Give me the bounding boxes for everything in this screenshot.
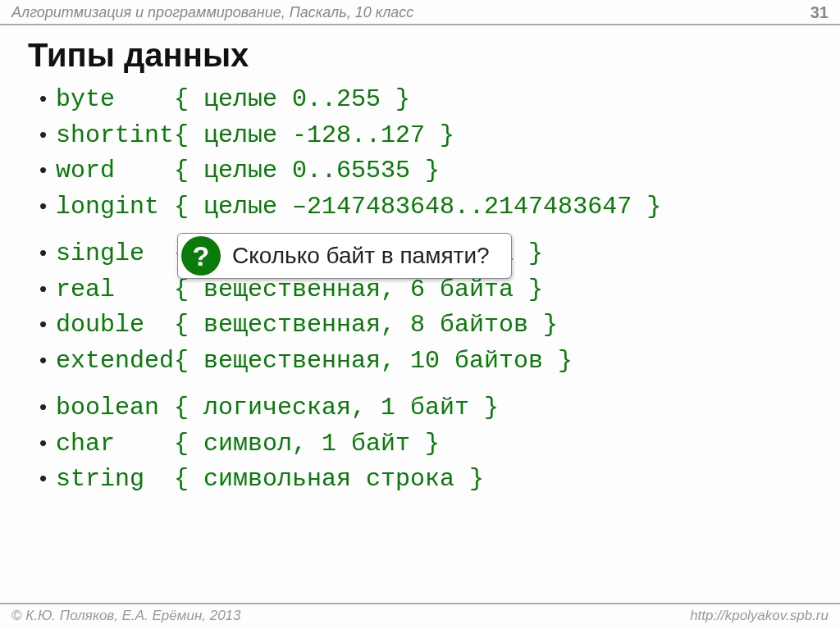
type-row: •char { символ, 1 байт } xyxy=(39,426,832,463)
bullet-icon: • xyxy=(39,309,56,340)
type-row: •extended { вещественная, 10 байтов } xyxy=(39,344,832,380)
type-row: •word { целые 0..65535 } xyxy=(39,153,832,189)
type-row: •boolean { логическая, 1 байт } xyxy=(39,390,832,426)
type-row: •shortint { целые -128..127 } xyxy=(39,118,832,154)
bullet-icon: • xyxy=(39,191,56,222)
callout-text: Сколько байт в памяти? xyxy=(232,243,490,269)
page-number: 31 xyxy=(810,3,829,22)
bullet-icon: • xyxy=(39,428,56,459)
slide-header: Алгоритмизация и программирование, Паска… xyxy=(0,0,840,25)
bullet-icon: • xyxy=(39,155,56,186)
type-row: •string { символьная строка } xyxy=(39,462,832,498)
content-area: •byte { целые 0..255 } •shortint { целые… xyxy=(0,82,840,498)
bullet-icon: • xyxy=(39,274,56,305)
type-row: •double { вещественная, 8 байтов } xyxy=(39,308,832,344)
bullet-icon: • xyxy=(39,120,56,151)
type-row: •longint { целые –2147483648..2147483647… xyxy=(39,189,832,226)
slide-title: Типы данных xyxy=(0,25,840,82)
bullet-icon: • xyxy=(39,238,56,269)
footer-url: http://kpolyakov.spb.ru xyxy=(690,608,829,624)
question-callout: ? Сколько байт в памяти? xyxy=(177,233,512,279)
copyright-text: © К.Ю. Поляков, Е.А. Ерёмин, 2013 xyxy=(11,608,241,624)
question-mark-icon: ? xyxy=(181,236,221,276)
slide-footer: © К.Ю. Поляков, Е.А. Ерёмин, 2013 http:/… xyxy=(0,603,840,629)
bullet-icon: • xyxy=(39,463,56,495)
bullet-icon: • xyxy=(39,345,56,376)
subject-text: Алгоритмизация и программирование, Паска… xyxy=(11,4,413,21)
bullet-icon: • xyxy=(39,392,56,423)
bullet-icon: • xyxy=(39,84,56,115)
type-row: •byte { целые 0..255 } xyxy=(39,82,832,118)
